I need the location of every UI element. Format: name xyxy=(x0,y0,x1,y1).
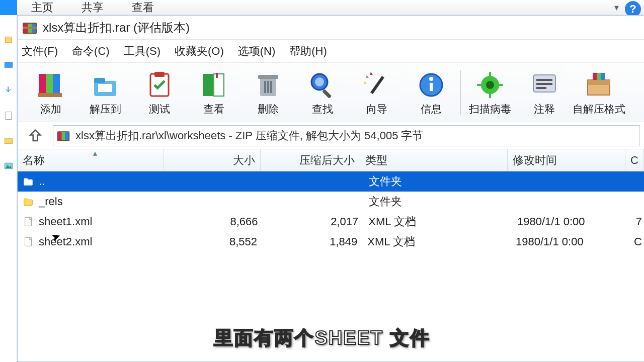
svg-rect-49 xyxy=(588,80,610,85)
up-directory-button[interactable] xyxy=(18,122,53,149)
svg-rect-11 xyxy=(39,74,46,96)
svg-marker-33 xyxy=(370,72,373,75)
header-size[interactable]: 大小 xyxy=(164,149,261,171)
svg-rect-47 xyxy=(536,87,546,89)
find-button[interactable]: 查找 xyxy=(295,63,350,122)
explorer-ribbon-tabs: 主页 共享 查看 xyxy=(0,0,644,15)
documents-icon[interactable] xyxy=(4,111,14,121)
svg-rect-22 xyxy=(216,73,218,78)
menu-help[interactable]: 帮助(H) xyxy=(289,44,327,59)
comment-button[interactable]: 注释 xyxy=(517,63,572,122)
updir-icon xyxy=(23,176,34,187)
ribbon-collapse-icon[interactable]: ▾ xyxy=(614,2,619,13)
file-type: XML 文档 xyxy=(362,234,511,249)
svg-point-29 xyxy=(315,77,324,86)
tab-share[interactable]: 共享 xyxy=(67,0,118,15)
svg-rect-46 xyxy=(536,83,552,85)
desktop-icon[interactable] xyxy=(4,60,14,70)
file-crc: C xyxy=(629,235,644,248)
svg-rect-20 xyxy=(203,74,213,96)
svg-rect-31 xyxy=(370,75,384,94)
window-title: xlsx算出折扣.rar (评估版本) xyxy=(43,20,190,36)
svg-marker-34 xyxy=(364,81,367,84)
svg-rect-45 xyxy=(536,79,552,81)
extract-button[interactable]: 解压到 xyxy=(78,63,132,122)
svg-rect-17 xyxy=(98,84,112,92)
file-crc: 7 xyxy=(631,215,644,228)
virus-scan-button[interactable]: 扫描病毒 xyxy=(463,63,517,122)
svg-rect-51 xyxy=(597,73,601,80)
file-icon xyxy=(23,216,34,227)
menu-tools[interactable]: 工具(S) xyxy=(124,44,160,59)
header-packed-size[interactable]: 压缩后大小 xyxy=(261,149,360,171)
header-modified[interactable]: 修改时间 xyxy=(508,149,625,171)
svg-rect-26 xyxy=(267,81,269,93)
svg-rect-62 xyxy=(25,238,32,246)
info-button[interactable]: 信息 xyxy=(404,63,458,122)
file-list[interactable]: ..文件夹_rels文件夹sheet1.xml8,6662,017XML 文档1… xyxy=(18,171,644,252)
extract-label: 解压到 xyxy=(90,102,121,116)
file-icon xyxy=(23,236,34,247)
svg-rect-14 xyxy=(38,93,62,97)
header-crc[interactable]: C xyxy=(625,149,644,171)
svg-rect-24 xyxy=(258,75,278,79)
test-label: 测试 xyxy=(149,102,170,116)
title-bar: xlsx算出折扣.rar (评估版本) xyxy=(18,16,644,40)
tab-view[interactable]: 查看 xyxy=(118,0,168,15)
books-add-icon xyxy=(35,69,67,101)
svg-rect-16 xyxy=(94,78,105,83)
file-row[interactable]: sheet1.xml8,6662,017XML 文档1980/1/1 0:007 xyxy=(18,212,644,232)
svg-rect-21 xyxy=(214,74,224,96)
header-type[interactable]: 类型 xyxy=(360,149,508,171)
downloads-icon[interactable] xyxy=(4,85,14,96)
svg-rect-50 xyxy=(593,73,597,80)
wizard-icon xyxy=(361,69,393,101)
svg-rect-55 xyxy=(62,132,65,140)
tab-home[interactable]: 主页 xyxy=(17,0,67,15)
winrar-app-icon xyxy=(22,20,38,36)
file-name: sheet2.xml xyxy=(39,235,92,248)
view-icon xyxy=(198,69,230,101)
svg-rect-0 xyxy=(5,37,12,43)
file-modified: 1980/1/1 0:00 xyxy=(511,235,629,248)
svg-rect-19 xyxy=(154,72,165,77)
explorer-nav-strip xyxy=(0,15,17,362)
info-label: 信息 xyxy=(421,102,442,116)
svg-rect-2 xyxy=(6,112,12,120)
test-button[interactable]: 测试 xyxy=(132,63,187,122)
header-name[interactable]: 名称 xyxy=(18,149,164,171)
file-packed-size: 2,017 xyxy=(263,215,364,228)
add-button[interactable]: 添加 xyxy=(24,63,78,122)
svg-rect-25 xyxy=(264,81,266,93)
svg-rect-61 xyxy=(25,218,32,226)
quickaccess-icon[interactable] xyxy=(4,35,14,45)
parent-dir-row[interactable]: ..文件夹 xyxy=(18,171,644,192)
menu-options[interactable]: 选项(N) xyxy=(238,44,276,59)
svg-rect-60 xyxy=(24,199,28,201)
delete-label: 删除 xyxy=(258,102,279,116)
wizard-button[interactable]: 向导 xyxy=(350,63,404,122)
svg-rect-56 xyxy=(65,132,69,140)
folder-icon[interactable] xyxy=(4,136,14,146)
path-input[interactable]: xlsx算出折扣.rar\xl\worksheets - ZIP 压缩文件, 解… xyxy=(53,125,640,146)
file-row[interactable]: sheet2.xml8,5521,849XML 文档1980/1/1 0:00C xyxy=(18,232,644,252)
pictures-icon[interactable] xyxy=(4,161,14,171)
svg-rect-36 xyxy=(430,83,433,91)
svg-rect-52 xyxy=(601,73,605,80)
extract-icon xyxy=(89,69,121,101)
sfx-button[interactable]: 自解压格式 xyxy=(572,63,626,122)
menu-file[interactable]: 文件(F) xyxy=(22,44,58,59)
menu-commands[interactable]: 命令(C) xyxy=(72,44,110,59)
file-size: 8,552 xyxy=(165,235,262,248)
info-icon xyxy=(415,69,447,101)
find-label: 查找 xyxy=(312,102,333,116)
view-button[interactable]: 查看 xyxy=(187,63,241,122)
toolbar: 添加 解压到 测试 查看 删除 查找 向导 信息 xyxy=(18,63,644,122)
delete-button[interactable]: 删除 xyxy=(241,63,295,122)
file-modified: 1980/1/1 0:00 xyxy=(512,215,631,228)
archive-path-icon xyxy=(56,129,70,143)
menu-favorites[interactable]: 收藏夹(O) xyxy=(175,44,224,59)
file-type: XML 文档 xyxy=(363,214,512,229)
virus-icon xyxy=(474,69,506,101)
folder-row[interactable]: _rels文件夹 xyxy=(18,192,644,212)
